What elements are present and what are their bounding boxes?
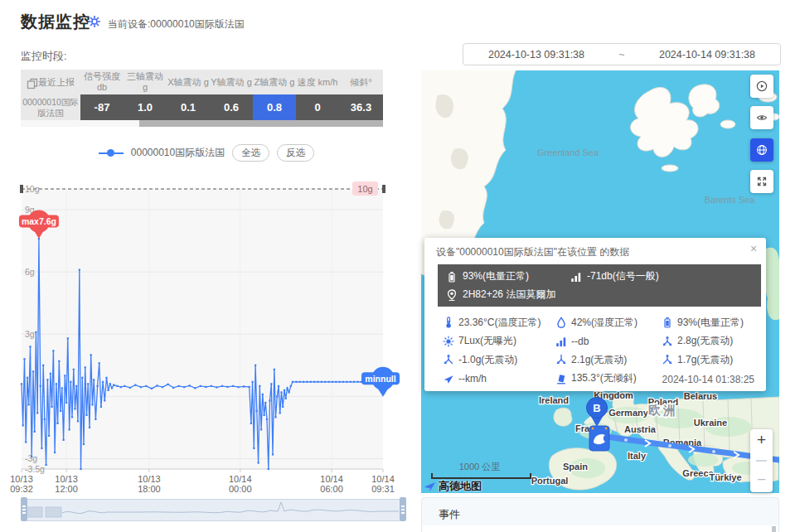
datazoom-right-handle[interactable] <box>400 497 406 521</box>
sensor-reading: 2.8g(无震动) <box>662 332 761 351</box>
svg-text:10/14: 10/14 <box>229 474 252 484</box>
country-label: Türkiye <box>709 472 741 482</box>
axis-x-icon <box>443 354 454 365</box>
sensor-reading: --km/h <box>443 370 555 389</box>
sensor-reading: 135.3°(无倾斜) <box>555 370 662 389</box>
svg-text:10/13: 10/13 <box>138 474 161 484</box>
eye-icon <box>756 112 768 123</box>
end-datetime[interactable]: 2024-10-14 09:31:38 <box>634 49 780 60</box>
device-info-popup: 设备"00000010国际版法国"在该位置 的数据 × 93%(电量正常)-71… <box>424 238 766 391</box>
events-scrollbar-thumb[interactable] <box>772 526 776 532</box>
chart-datazoom-slider[interactable] <box>23 499 404 521</box>
region-label: 欧洲 <box>648 403 678 417</box>
sea-label: Barents Sea <box>705 195 755 205</box>
svg-text:10/14: 10/14 <box>371 474 395 484</box>
zoom-out-button[interactable]: − <box>750 471 773 489</box>
table-scrollbar[interactable] <box>21 120 383 127</box>
amap-attribution-text: 高德地图 <box>439 479 482 494</box>
table-scrollbar-thumb[interactable] <box>139 120 383 127</box>
col-label: 最近上报 <box>38 77 75 88</box>
monitor-period-label: 监控时段: <box>21 49 67 64</box>
gear-icon[interactable] <box>89 16 103 30</box>
device-table-header: 最近上报 信号强度 db 三轴震动 g X轴震动 g Y轴震动 g Z轴震动 g… <box>21 70 383 94</box>
current-device-label: 当前设备:00000010国际版法国 <box>108 17 245 31</box>
svg-text:09:32: 09:32 <box>10 484 33 494</box>
svg-text:B: B <box>593 402 600 414</box>
legend-series-name[interactable]: 00000010国际版法国 <box>131 146 225 160</box>
cell-signal[interactable]: -87 <box>80 94 124 120</box>
cell-device-name[interactable]: 00000010国际版法国 <box>21 94 80 120</box>
start-datetime[interactable]: 2024-10-13 09:31:38 <box>463 49 609 60</box>
svg-text:10g: 10g <box>357 184 372 194</box>
datazoom-preview <box>24 500 403 520</box>
col-x-axis: X轴震动 g <box>167 70 210 94</box>
sensor-reading: -1.0g(无震动) <box>443 351 555 370</box>
cell-x-axis[interactable]: 0.1 <box>167 94 210 120</box>
map-control-eye[interactable] <box>750 106 773 129</box>
banner-item: 2H82+26 法国莫爾加 <box>446 288 555 302</box>
col-z-axis: Z轴震动 g <box>253 70 296 94</box>
cell-speed[interactable]: 0 <box>296 94 339 120</box>
tilt-icon <box>555 373 567 384</box>
reading-text: 2.8g(无震动) <box>677 334 733 348</box>
battery-icon <box>446 271 458 283</box>
reading-text: --km/h <box>458 373 487 384</box>
amap-logo-icon <box>424 481 436 493</box>
reading-text: 23.36°C(温度正常) <box>458 316 541 330</box>
zoom-slider[interactable] <box>756 460 767 462</box>
chart-legend: 00000010国际版法国 全选 反选 <box>8 144 405 162</box>
select-all-button[interactable]: 全选 <box>232 144 269 162</box>
map-control-expand[interactable] <box>750 170 773 193</box>
reading-text: --db <box>571 336 589 347</box>
banner-text: 2H82+26 法国莫爾加 <box>463 288 555 302</box>
zoom-in-button[interactable]: + <box>750 431 773 449</box>
device-table: 最近上报 信号强度 db 三轴震动 g X轴震动 g Y轴震动 g Z轴震动 g… <box>21 70 383 127</box>
play-circle-icon <box>756 80 768 92</box>
legend-line-marker[interactable] <box>99 152 124 154</box>
map-scale-text: 1000 公里 <box>431 461 528 473</box>
reading-text: 2.1g(无震动) <box>571 353 627 367</box>
triaxial-icon <box>662 336 673 347</box>
cell-tilt[interactable]: 36.3 <box>339 94 383 120</box>
expand-icon <box>756 176 768 187</box>
close-icon[interactable]: × <box>748 243 759 254</box>
svg-text:09:31: 09:31 <box>371 484 395 494</box>
svg-text:10/14: 10/14 <box>320 474 343 484</box>
sea-label: Greenland Sea <box>537 148 599 157</box>
cell-z-axis-selected[interactable]: 0.8 <box>253 94 296 120</box>
country-label: Italy <box>628 451 647 461</box>
svg-text:max7.6g: max7.6g <box>22 216 56 226</box>
map-control-play-circle[interactable] <box>750 75 773 98</box>
reading-text: 135.3°(无倾斜) <box>571 371 637 385</box>
country-label: Austria <box>624 424 657 434</box>
popup-title: 设备"00000010国际版法国"在该位置 的数据 <box>424 238 766 264</box>
cell-triaxial[interactable]: 1.0 <box>124 94 167 120</box>
events-title: 事件 <box>422 498 778 522</box>
reading-text: -1.0g(无震动) <box>458 353 517 367</box>
country-label: Portugal <box>531 476 569 486</box>
svg-text:6g: 6g <box>25 267 35 277</box>
map-control-globe[interactable] <box>750 138 773 162</box>
svg-text:minnull: minnull <box>365 374 395 384</box>
vibration-chart[interactable]: 10/1309:3210/1312:0010/1318:0010/1400:00… <box>8 178 405 495</box>
cell-y-axis[interactable]: 0.6 <box>210 94 253 120</box>
invert-select-button[interactable]: 反选 <box>277 144 314 162</box>
banner-text: -71db(信号一般) <box>587 269 659 283</box>
col-triaxial: 三轴震动 g <box>124 70 167 94</box>
banner-item: 93%(电量正常) <box>446 269 529 283</box>
speed-icon <box>443 373 454 384</box>
col-signal: 信号强度 db <box>80 70 124 94</box>
date-range-picker[interactable]: 2024-10-13 09:31:38 ~ 2024-10-14 09:31:3… <box>463 43 781 65</box>
country-label: Ireland <box>539 395 569 405</box>
reading-text: 93%(电量正常) <box>677 316 744 330</box>
signal-icon <box>555 336 567 347</box>
report-icon <box>27 78 36 87</box>
amap-attribution: 高德地图 <box>424 479 482 494</box>
sensor-reading: 42%(湿度正常) <box>555 313 662 332</box>
axis-y-icon <box>555 354 567 365</box>
events-body <box>423 525 778 532</box>
sensor-reading: 93%(电量正常) <box>662 313 761 332</box>
svg-text:10/13: 10/13 <box>55 474 78 484</box>
datazoom-left-handle[interactable] <box>21 497 27 521</box>
svg-text:10g: 10g <box>25 184 40 194</box>
